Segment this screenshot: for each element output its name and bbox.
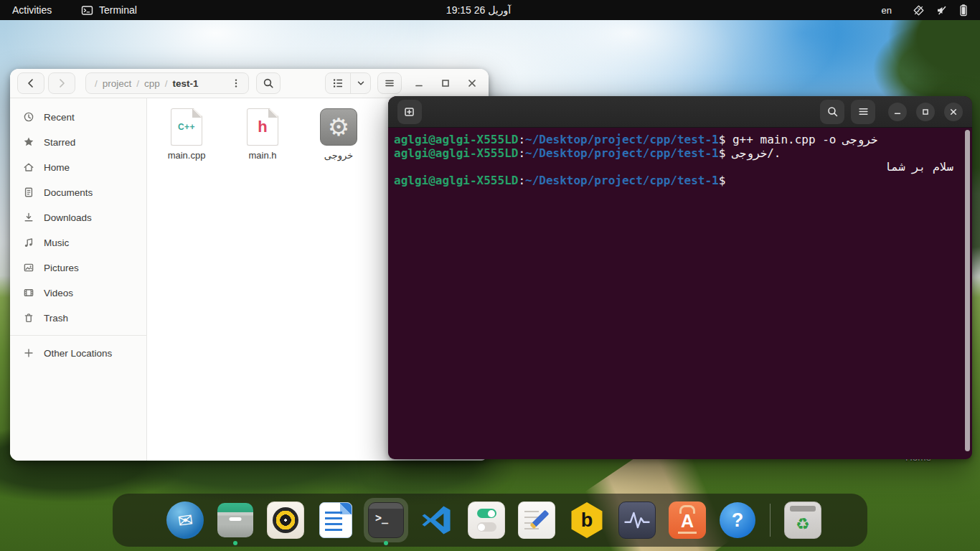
dock-settings[interactable] (464, 498, 509, 542)
sidebar-item-starred[interactable]: Starred (16, 130, 141, 154)
toggle-on (477, 509, 496, 518)
minimize-icon (413, 77, 425, 89)
dock-beekeeper-studio[interactable]: b (565, 498, 609, 542)
maximize-button[interactable] (436, 74, 455, 93)
breadcrumb-separator: / (165, 78, 168, 89)
sidebar-label: Music (44, 237, 69, 248)
breadcrumb-segment-current[interactable]: test-1 (173, 78, 199, 89)
settings-icon (468, 501, 505, 539)
terminal-maximize-button[interactable] (916, 103, 935, 121)
battery-full-icon (958, 4, 969, 17)
terminal-search-button[interactable] (820, 100, 844, 124)
list-view-icon[interactable] (326, 73, 351, 93)
sidebar-label: Videos (44, 288, 73, 298)
prompt-path: ~/Desktop/project/cpp/test-1 (525, 146, 719, 160)
prompt-path: ~/Desktop/project/cpp/test-1 (525, 174, 719, 187)
hamburger-menu-icon (384, 77, 395, 89)
header-file-icon: h (247, 108, 278, 146)
sidebar-item-music[interactable]: Music (16, 230, 141, 255)
rhythmbox-icon (267, 501, 304, 539)
kebab-menu-icon[interactable] (227, 74, 245, 93)
sidebar-item-documents[interactable]: Documents (16, 180, 141, 204)
dock-firefox[interactable] (113, 498, 157, 542)
breadcrumb[interactable]: / project / cpp / test-1 (85, 72, 249, 94)
dock-help[interactable]: ? (715, 498, 760, 542)
file-main-cpp[interactable]: C++ main.cpp (156, 105, 217, 161)
dock-files[interactable] (213, 498, 258, 542)
dock-rhythmbox[interactable] (263, 498, 308, 542)
activities-button[interactable]: Activities (0, 0, 64, 20)
dock-terminal[interactable]: >_ (364, 498, 408, 542)
running-indicator-dot (233, 541, 237, 545)
running-indicator-dot (384, 541, 388, 545)
app-menu-terminal[interactable]: Terminal (81, 0, 137, 20)
terminal-line-4: aglgi@aglgi-X555LD:~/Desktop/project/cpp… (394, 174, 965, 187)
system-monitor-icon (618, 501, 656, 539)
prompt-dollar: $ (719, 146, 726, 160)
sidebar-item-other-locations[interactable]: Other Locations (16, 341, 141, 365)
prompt-user: aglgi@aglgi-X555LD (394, 146, 518, 160)
close-button[interactable] (463, 74, 481, 93)
search-button[interactable] (256, 72, 281, 94)
terminal-menu-button[interactable] (851, 100, 875, 124)
envelope-glyph: ✉ (176, 509, 194, 532)
file-main-h[interactable]: h main.h (232, 105, 293, 161)
terminal-glyph: >_ (375, 512, 388, 524)
files-sidebar: Recent Starred Home Documents Downloads (10, 98, 147, 461)
clock-label: 19:15 26 آوریل (446, 4, 511, 16)
dock-thunderbird[interactable]: ✉ (163, 498, 207, 542)
activities-label: Activities (12, 4, 52, 16)
sidebar-label: Starred (44, 137, 75, 148)
back-button[interactable] (17, 72, 44, 94)
plus-icon (23, 347, 34, 359)
terminal-line-1: aglgi@aglgi-X555LD:~/Desktop/project/cpp… (394, 133, 965, 146)
dock-app-center[interactable]: A (665, 498, 710, 542)
dock-text-editor[interactable] (514, 498, 559, 542)
hamburger-menu-button[interactable] (377, 72, 402, 94)
video-icon (23, 287, 34, 298)
sidebar-item-videos[interactable]: Videos (16, 281, 141, 305)
sidebar-item-downloads[interactable]: Downloads (16, 205, 141, 230)
sidebar-item-trash[interactable]: Trash (16, 306, 141, 330)
breadcrumb-segment-project[interactable]: project (103, 78, 132, 89)
keyboard-layout-indicator[interactable]: en (882, 5, 892, 16)
dock-vscode[interactable] (414, 498, 458, 542)
dock-trash[interactable]: ♻ (781, 498, 825, 542)
files-titlebar[interactable]: / project / cpp / test-1 (10, 69, 489, 98)
dock-app-grid[interactable] (831, 498, 875, 542)
prompt-colon: : (518, 146, 525, 160)
prompt-user: aglgi@aglgi-X555LD (394, 174, 518, 187)
terminal-minimize-button[interactable] (888, 103, 907, 121)
clock-button[interactable]: 19:15 26 آوریل (446, 0, 511, 20)
dock-libreoffice-writer[interactable] (314, 498, 358, 542)
desktop-screen: Home / project / cpp / test-1 (0, 0, 980, 551)
libreoffice-writer-icon (319, 502, 352, 538)
chevron-right-icon (56, 77, 67, 89)
terminal-titlebar[interactable] (388, 96, 972, 128)
new-tab-button[interactable] (397, 100, 422, 124)
view-toggle-button[interactable] (325, 72, 371, 94)
file-label: خروجی (324, 150, 353, 161)
terminal-output-area[interactable]: aglgi@aglgi-X555LD:~/Desktop/project/cpp… (388, 128, 972, 459)
dock-system-monitor[interactable] (615, 498, 659, 542)
network-question-icon: ? (913, 4, 925, 17)
system-status-area[interactable]: en ? (882, 0, 980, 20)
sidebar-item-home[interactable]: Home (16, 155, 141, 179)
sidebar-item-recent[interactable]: Recent (16, 105, 141, 129)
terminal-app-icon: >_ (368, 502, 404, 538)
terminal-close-button[interactable] (944, 103, 963, 121)
prompt-dollar: $ (719, 133, 726, 146)
forward-button[interactable] (48, 72, 75, 94)
minimize-button[interactable] (410, 74, 428, 93)
terminal-scrollbar[interactable] (965, 130, 970, 451)
file-executable[interactable]: ⚙ خروجی (308, 105, 369, 161)
app-grid-icon (834, 501, 872, 539)
cpp-badge: C++ (178, 122, 195, 132)
chevron-down-icon[interactable] (351, 73, 370, 93)
prompt-user: aglgi@aglgi-X555LD (394, 133, 518, 146)
gear-glyph: ⚙ (328, 115, 349, 139)
breadcrumb-segment-cpp[interactable]: cpp (144, 78, 160, 89)
sidebar-item-pictures[interactable]: Pictures (16, 255, 141, 280)
beekeeper-studio-icon: b (569, 501, 605, 539)
sidebar-label: Other Locations (44, 348, 112, 359)
